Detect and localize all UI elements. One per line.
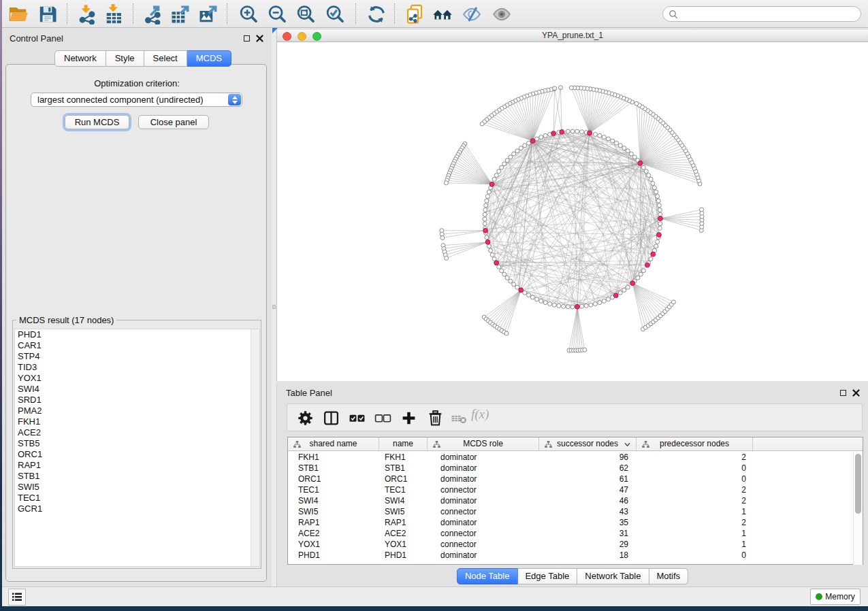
mcds-result-item[interactable]: TID3 <box>15 362 259 373</box>
clone-network-icon[interactable] <box>404 4 425 24</box>
export-table-icon[interactable] <box>170 4 191 24</box>
mcds-result-item[interactable]: SWI5 <box>15 482 259 493</box>
table-row-PHD1[interactable]: PHD1PHD1dominator180 <box>288 550 853 561</box>
network-window-titlebar[interactable]: YPA_prune.txt_1 <box>277 30 868 42</box>
table-row-RAP1[interactable]: RAP1RAP1dominator352 <box>288 517 853 528</box>
table-row-ORC1[interactable]: ORC1ORC1dominator610 <box>288 474 853 484</box>
add-column-icon[interactable] <box>400 410 417 427</box>
task-history-button[interactable] <box>8 589 26 606</box>
first-neighbors-icon[interactable] <box>432 4 453 24</box>
select-all-checkboxes-icon[interactable] <box>349 410 366 427</box>
tab-motifs[interactable]: Motifs <box>649 568 688 584</box>
show-graphics-details-icon[interactable] <box>492 4 512 24</box>
tab-mcds[interactable]: MCDS <box>187 50 231 67</box>
table-options-gear-icon[interactable] <box>297 410 314 427</box>
mcds-result-item[interactable]: PMA2 <box>15 406 259 416</box>
deselect-all-checkboxes-icon[interactable] <box>374 410 391 427</box>
mcds-result-item[interactable]: FKH1 <box>15 416 259 427</box>
search-input[interactable] <box>662 6 861 22</box>
splitter-handle[interactable] <box>272 305 276 309</box>
float-panel-icon[interactable] <box>244 35 250 42</box>
tab-edge-table[interactable]: Edge Table <box>517 568 577 584</box>
cell-predecessor-nodes: 2 <box>637 484 753 495</box>
mcds-list-scrollbar[interactable] <box>251 329 259 566</box>
table-scrollbar-thumb[interactable] <box>855 454 861 514</box>
column-header-MCDS-role[interactable]: MCDS role <box>428 437 539 451</box>
close-panel-button[interactable]: Close panel <box>138 115 209 129</box>
function-builder-icon[interactable]: f(x) <box>471 407 489 422</box>
table-row-YOX1[interactable]: YOX1YOX1connector291 <box>288 539 853 550</box>
open-file-icon[interactable] <box>8 4 29 24</box>
table-row-SWI4[interactable]: SWI4SWI4dominator462 <box>288 495 853 506</box>
panel-splitter[interactable] <box>272 29 276 587</box>
table-row-FKH1[interactable]: FKH1FKH1dominator962 <box>288 452 853 463</box>
mcds-result-item[interactable]: PHD1 <box>15 329 259 340</box>
column-header-filler <box>753 437 855 451</box>
mcds-result-item[interactable]: SRD1 <box>15 395 259 406</box>
table-row-TEC1[interactable]: TEC1TEC1connector472 <box>288 484 853 495</box>
cell-successor-nodes: 96 <box>539 452 637 463</box>
mcds-result-list[interactable]: PHD1CAR1STP4TID3YOX1SWI4SRD1PMA2FKH1ACE2… <box>14 329 260 567</box>
mcds-result-item[interactable]: STP4 <box>15 351 259 362</box>
cell-successor-nodes: 46 <box>539 495 637 506</box>
tab-select[interactable]: Select <box>144 50 187 67</box>
mcds-result-item[interactable]: SWI4 <box>15 384 259 395</box>
close-table-panel-icon[interactable] <box>852 389 860 397</box>
toolbar-separator <box>355 3 356 24</box>
status-bar: Memory <box>2 587 868 606</box>
zoom-fit-icon[interactable] <box>295 4 316 24</box>
tab-style[interactable]: Style <box>106 50 144 67</box>
delete-column-icon[interactable] <box>427 410 444 427</box>
show-column-icon[interactable] <box>323 410 340 427</box>
mcds-result-item[interactable]: YOX1 <box>15 373 259 384</box>
maximize-window-icon[interactable] <box>312 32 321 41</box>
tab-node-table[interactable]: Node Table <box>457 568 518 584</box>
close-window-icon[interactable] <box>283 32 291 41</box>
import-network-icon[interactable] <box>77 4 97 24</box>
tab-network-table[interactable]: Network Table <box>577 568 649 584</box>
table-row-STB1[interactable]: STB1STB1dominator620 <box>288 463 853 474</box>
mcds-result-item[interactable]: STB5 <box>15 438 259 449</box>
control-panel: Control Panel NetworkStyleSelectMCDS Opt… <box>2 29 272 587</box>
hide-graphics-details-icon[interactable] <box>462 4 482 24</box>
mcds-result-item[interactable]: ACE2 <box>15 427 259 438</box>
mcds-result-item[interactable]: CAR1 <box>15 340 259 351</box>
memory-button[interactable]: Memory <box>810 589 861 605</box>
mcds-result-item[interactable]: ORC1 <box>15 449 259 460</box>
column-header-shared-name[interactable]: shared name <box>288 437 379 451</box>
zoom-in-icon[interactable] <box>238 4 259 24</box>
zoom-selected-icon[interactable] <box>325 4 345 24</box>
cell-MCDS-role: connector <box>428 539 539 550</box>
run-mcds-button[interactable]: Run MCDS <box>65 115 129 129</box>
mcds-result-item[interactable]: GCR1 <box>15 503 259 514</box>
mcds-result-item[interactable]: STB1 <box>15 471 259 482</box>
tab-network[interactable]: Network <box>54 50 106 67</box>
cell-successor-nodes: 62 <box>539 463 637 474</box>
export-network-icon[interactable] <box>143 4 163 24</box>
delete-table-icon[interactable] <box>451 410 468 427</box>
apply-layout-icon[interactable] <box>366 4 387 24</box>
import-table-icon[interactable] <box>104 4 125 24</box>
minimize-window-icon[interactable] <box>298 32 306 41</box>
network-canvas[interactable] <box>277 42 868 381</box>
cell-shared-name: PHD1 <box>288 550 379 561</box>
zoom-out-icon[interactable] <box>267 4 287 24</box>
close-panel-icon[interactable] <box>256 35 263 42</box>
table-scrollbar[interactable] <box>853 452 863 565</box>
cell-predecessor-nodes: 1 <box>637 539 753 550</box>
column-header-successor-nodes[interactable]: successor nodes <box>539 437 637 451</box>
mcds-result-item[interactable]: RAP1 <box>15 460 259 471</box>
table-row-SWI5[interactable]: SWI5SWI5connector431 <box>288 506 853 517</box>
export-image-icon[interactable] <box>198 4 219 24</box>
column-header-predecessor-nodes[interactable]: predecessor nodes <box>637 437 753 451</box>
save-session-icon[interactable] <box>37 4 58 24</box>
float-table-panel-icon[interactable] <box>840 390 846 396</box>
mcds-result-item[interactable]: TEC1 <box>15 493 259 503</box>
cell-predecessor-nodes: 0 <box>637 474 753 484</box>
table-body: FKH1FKH1dominator962STB1STB1dominator620… <box>288 452 853 561</box>
column-header-name[interactable]: name <box>379 437 428 451</box>
cell-shared-name: RAP1 <box>288 517 379 528</box>
criterion-dropdown[interactable]: largest connected component (undirected) <box>31 93 242 107</box>
table-row-ACE2[interactable]: ACE2ACE2connector311 <box>288 528 853 539</box>
cell-shared-name: YOX1 <box>288 539 379 550</box>
